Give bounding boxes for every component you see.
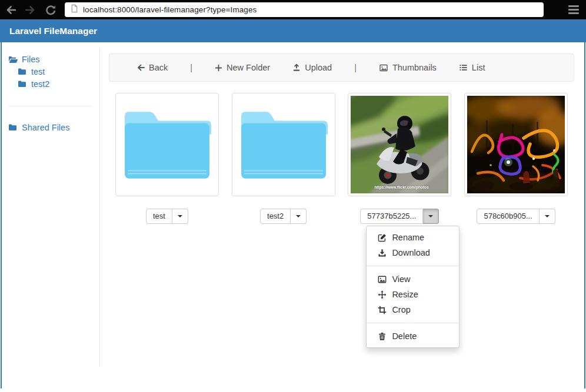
- folder-icon: [239, 108, 328, 181]
- rename-icon: [378, 233, 387, 242]
- upload-icon: [292, 63, 301, 72]
- thumbnails-label: Thumbnails: [392, 63, 437, 72]
- sidebar-item-label: Files: [22, 53, 40, 65]
- light-painting-photo: [467, 96, 565, 193]
- list-icon: [459, 63, 468, 72]
- chevron-down-icon: [178, 215, 182, 217]
- item-name-button[interactable]: 578c60b905...: [477, 209, 539, 224]
- sidebar-item-label: test2: [31, 78, 49, 90]
- items-grid: test test2: [109, 93, 574, 224]
- context-menu: Rename Download View: [366, 226, 460, 348]
- thumbnails-button[interactable]: Thumbnails: [379, 63, 437, 72]
- sidebar-item-test2[interactable]: test2: [18, 78, 100, 90]
- upload-label: Upload: [305, 63, 332, 72]
- item-dropdown-button: test: [146, 209, 188, 224]
- list-button[interactable]: List: [459, 63, 485, 72]
- item-dropdown-button: 57737b5225...: [360, 209, 439, 224]
- folder-icon: [18, 80, 28, 88]
- image-thumbnail[interactable]: https://www.flickr.com/photos: [348, 93, 451, 196]
- item-caret-button[interactable]: [291, 209, 307, 224]
- item-caret-button[interactable]: [540, 209, 555, 224]
- folder-thumbnail[interactable]: [115, 93, 219, 196]
- app-header: Laravel FileManager: [0, 19, 586, 42]
- grid-item-image-1: https://www.flickr.com/photos 57737b5225…: [342, 93, 458, 224]
- new-folder-label: New Folder: [227, 63, 270, 72]
- menu-item-view[interactable]: View: [367, 272, 459, 287]
- content-area: Back | New Folder Upload | Thumbnai: [100, 42, 586, 392]
- list-label: List: [472, 63, 485, 72]
- menu-item-rename[interactable]: Rename: [367, 230, 459, 245]
- toolbar: Back | New Folder Upload | Thumbnai: [109, 53, 574, 82]
- grid-item-folder-test: test: [109, 93, 225, 224]
- menu-item-label: View: [392, 274, 410, 284]
- menu-item-resize[interactable]: Resize: [367, 287, 459, 302]
- sidebar-item-label: Shared Files: [22, 122, 69, 133]
- grid-item-image-2: 578c60b905...: [458, 93, 574, 224]
- sidebar-item-files[interactable]: Files: [8, 53, 100, 65]
- download-icon: [378, 249, 387, 257]
- arrow-left-icon: [136, 63, 145, 72]
- url-text: localhost:8000/laravel-filemanager?type=…: [83, 5, 257, 14]
- browser-back-icon[interactable]: [5, 4, 16, 16]
- folder-icon: [8, 123, 18, 132]
- upload-button[interactable]: Upload: [292, 63, 332, 72]
- chevron-down-icon: [296, 215, 301, 217]
- item-name-button[interactable]: test2: [260, 209, 291, 224]
- back-button[interactable]: Back: [136, 63, 168, 72]
- chevron-down-icon: [428, 215, 433, 217]
- delete-icon: [378, 332, 387, 341]
- menu-item-label: Download: [392, 247, 430, 258]
- photo-watermark: https://www.flickr.com/photos: [374, 185, 428, 189]
- thumbnails-icon: [379, 63, 388, 72]
- back-label: Back: [149, 63, 168, 72]
- browser-chrome: localhost:8000/laravel-filemanager?type=…: [0, 0, 586, 19]
- crop-icon: [378, 306, 387, 314]
- menu-item-label: Delete: [392, 331, 417, 341]
- item-dropdown-button: 578c60b905...: [477, 209, 555, 224]
- image-thumbnail[interactable]: [464, 93, 568, 196]
- address-bar[interactable]: localhost:8000/laravel-filemanager?type=…: [65, 2, 544, 17]
- new-folder-button[interactable]: New Folder: [215, 63, 270, 72]
- chevron-down-icon: [545, 215, 550, 217]
- sidebar-item-test[interactable]: test: [18, 66, 100, 78]
- folder-thumbnail[interactable]: [232, 93, 335, 196]
- menu-item-label: Resize: [392, 289, 418, 300]
- sidebar-item-label: test: [31, 66, 45, 78]
- toolbar-separator: |: [190, 63, 192, 72]
- item-caret-button[interactable]: [172, 209, 188, 224]
- menu-divider: [367, 266, 459, 266]
- page-icon: [70, 4, 79, 15]
- main-area: Files test test2 Shared Files: [0, 42, 586, 392]
- menu-divider: [367, 323, 459, 323]
- browser-reload-icon[interactable]: [45, 4, 56, 16]
- menu-item-crop[interactable]: Crop: [367, 302, 459, 317]
- item-name-button[interactable]: test: [146, 209, 172, 224]
- item-caret-button[interactable]: [423, 209, 439, 224]
- sidebar-item-shared-files[interactable]: Shared Files: [8, 122, 100, 133]
- folder-icon: [122, 108, 212, 181]
- item-name-button[interactable]: 57737b5225...: [360, 209, 423, 224]
- browser-forward-icon[interactable]: [25, 4, 36, 16]
- menu-item-label: Rename: [392, 232, 424, 243]
- folder-open-icon: [8, 55, 18, 63]
- sidebar-divider: [8, 106, 92, 106]
- app-title: Laravel FileManager: [9, 26, 97, 36]
- browser-menu-icon[interactable]: [568, 5, 579, 14]
- motorcycle-photo: https://www.flickr.com/photos: [351, 96, 448, 193]
- sidebar: Files test test2 Shared Files: [0, 42, 100, 392]
- menu-item-download[interactable]: Download: [367, 245, 459, 260]
- folder-icon: [18, 68, 28, 76]
- resize-icon: [378, 290, 387, 299]
- plus-icon: [215, 64, 222, 72]
- item-dropdown-button: test2: [260, 209, 307, 224]
- view-icon: [378, 275, 387, 284]
- grid-item-folder-test2: test2: [225, 93, 342, 224]
- toolbar-separator: |: [354, 63, 357, 72]
- menu-item-delete[interactable]: Delete: [367, 329, 459, 344]
- menu-item-label: Crop: [392, 304, 410, 315]
